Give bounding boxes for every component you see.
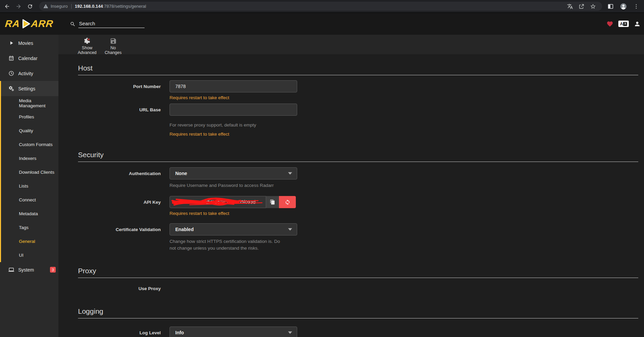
url-path: :7878/settings/general (103, 4, 146, 9)
authentication-select[interactable]: None (170, 167, 297, 179)
url-base-row: URL Base (78, 104, 638, 116)
use-proxy-row: Use Proxy (78, 286, 638, 291)
sidebar-item-label: Activity (18, 71, 33, 76)
play-icon (8, 40, 14, 46)
url-base-help: For reverse proxy support, default is em… (170, 122, 638, 128)
sidebar-item-download-clients[interactable]: Download Clients (1, 165, 58, 179)
reload-icon (27, 3, 33, 9)
show-advanced-label: Show Advanced (75, 46, 99, 55)
translate-icon (567, 3, 573, 9)
browser-chrome: Inseguro 192.168.0.144 :7878/settings/ge… (0, 0, 644, 13)
sidebar-item-lists[interactable]: Lists (1, 179, 58, 193)
api-key-regenerate-button[interactable] (279, 196, 296, 208)
radarr-general-settings-screen: Inseguro 192.168.0.144 :7878/settings/ge… (0, 0, 644, 337)
kebab-menu-icon (633, 3, 639, 9)
browser-profile-button[interactable] (618, 2, 629, 11)
section-title-proxy: Proxy (78, 267, 638, 278)
api-key-copy-button[interactable] (266, 196, 279, 208)
browser-reload-button[interactable] (24, 2, 36, 11)
sidebar-item-custom-formats[interactable]: Custom Formats (1, 138, 58, 151)
authentication-value: None (175, 171, 187, 176)
section-title-logging: Logging (78, 307, 638, 318)
save-icon (110, 37, 117, 45)
share-button[interactable] (576, 2, 587, 11)
gears-icon (8, 86, 14, 91)
url-base-input[interactable] (170, 104, 297, 116)
side-panel-button[interactable] (605, 2, 616, 11)
translate-char-icon (623, 22, 627, 26)
user-icon[interactable] (634, 21, 641, 27)
settings-nav-group: Settings Media Management Profiles Quali… (0, 81, 58, 262)
page-translate-button[interactable] (564, 2, 576, 11)
sidebar-item-media-management[interactable]: Media Management (1, 96, 58, 110)
radarr-logo[interactable]: RA ARR (0, 18, 58, 30)
not-secure-warning-icon (43, 4, 48, 9)
api-key-restart-warning: Requires restart to take effect (170, 211, 638, 216)
calendar-icon (8, 55, 14, 61)
advanced-gear-icon (83, 37, 91, 45)
log-level-row: Log Level Info (78, 327, 638, 337)
authentication-row: Authentication None (78, 167, 638, 179)
logo-text-left: RA (4, 18, 20, 29)
translate-extension-button[interactable]: A (618, 21, 629, 27)
sidebar-item-label: Movies (18, 40, 33, 46)
browser-menu-button[interactable] (630, 2, 642, 11)
certificate-validation-help: Change how strict HTTPS certification va… (170, 238, 281, 251)
sidebar-item-activity[interactable]: Activity (0, 66, 58, 81)
browser-back-button[interactable] (1, 2, 13, 11)
use-proxy-label: Use Proxy (78, 286, 161, 291)
address-separator (71, 4, 72, 9)
main-panel: Show Advanced No Changes Host Port Numbe… (58, 35, 644, 337)
certificate-validation-label: Certificate Validation (78, 227, 161, 232)
url-host: 192.168.0.144 (75, 4, 103, 9)
sidebar-item-ui[interactable]: UI (1, 248, 58, 262)
translate-a-glyph: A (620, 22, 623, 26)
sidebar-item-indexers[interactable]: Indexers (1, 151, 58, 165)
log-level-label: Log Level (78, 330, 161, 335)
port-number-input[interactable] (170, 80, 297, 92)
sidebar-item-tags[interactable]: Tags (1, 221, 58, 234)
sidebar: Movies Calendar Activity Settings Media … (0, 35, 58, 337)
sidebar-item-quality[interactable]: Quality (1, 124, 58, 138)
chevron-down-icon (288, 228, 292, 231)
api-key-input[interactable] (170, 196, 266, 208)
browser-toolbar-right (605, 2, 644, 11)
port-restart-warning: Requires restart to take effect (170, 95, 638, 100)
clock-icon (8, 71, 14, 76)
sidebar-item-metadata[interactable]: Metadata (1, 207, 58, 221)
no-changes-label: No Changes (103, 46, 123, 55)
sidebar-item-label: System (18, 267, 34, 273)
sidebar-item-label: Calendar (18, 56, 37, 61)
star-icon (590, 3, 596, 9)
sidebar-item-profiles[interactable]: Profiles (1, 110, 58, 124)
browser-forward-button[interactable] (13, 2, 24, 11)
url-base-restart-warning: Requires restart to take effect (170, 132, 638, 137)
chevron-down-icon (288, 332, 292, 334)
app-header: RA ARR A (0, 13, 644, 35)
share-icon (578, 3, 585, 9)
sidebar-item-calendar[interactable]: Calendar (0, 51, 58, 66)
chevron-down-icon (288, 172, 292, 175)
page-toolbar: Show Advanced No Changes (58, 35, 644, 54)
security-label: Inseguro (51, 4, 68, 9)
save-changes-button[interactable]: No Changes (103, 37, 123, 55)
side-panel-icon (608, 3, 614, 9)
bookmark-star-button[interactable] (587, 2, 599, 11)
api-key-row: API Key (78, 196, 638, 208)
show-advanced-button[interactable]: Show Advanced (75, 37, 99, 55)
address-bar[interactable]: Inseguro 192.168.0.144 :7878/settings/ge… (39, 2, 602, 11)
header-actions: A (607, 21, 644, 27)
global-search (70, 20, 145, 28)
sidebar-item-general[interactable]: General (1, 234, 58, 248)
sidebar-item-connect[interactable]: Connect (1, 193, 58, 207)
log-level-value: Info (175, 330, 184, 335)
search-input[interactable] (78, 20, 145, 28)
sidebar-item-settings[interactable]: Settings (1, 81, 58, 96)
sidebar-item-system[interactable]: System 3 (0, 262, 58, 277)
sidebar-item-movies[interactable]: Movies (0, 35, 58, 51)
certificate-validation-select[interactable]: Enabled (170, 223, 297, 235)
authentication-help: Require Username and Password to access … (170, 183, 638, 188)
authentication-label: Authentication (78, 171, 161, 176)
donate-heart-icon[interactable] (607, 21, 613, 27)
log-level-select[interactable]: Info (170, 327, 297, 337)
